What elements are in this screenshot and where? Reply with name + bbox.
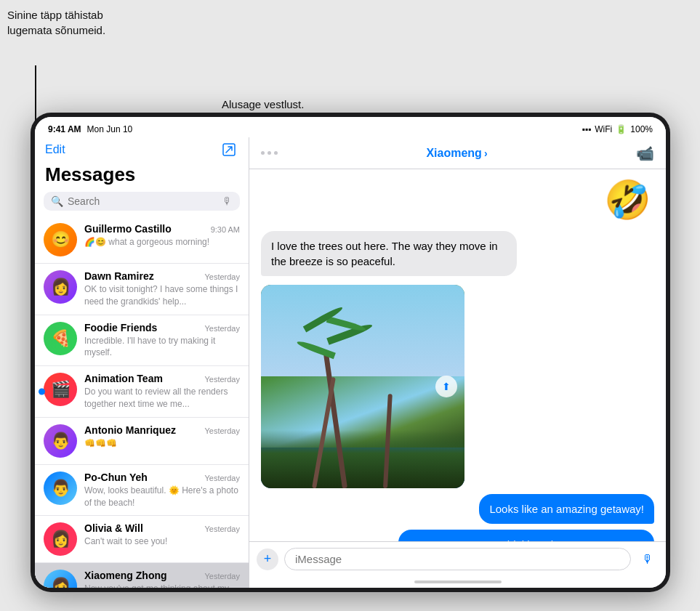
conv-content-animation: Animation Team Yesterday Do you want to … — [84, 373, 240, 410]
conv-content-guillermo: Guillermo Castillo 9:30 AM 🌈😊 what a gor… — [84, 223, 240, 248]
conversation-item-dawn[interactable]: 👩 Dawn Ramirez Yesterday OK to visit ton… — [35, 264, 249, 315]
app-container: Edit Messages 🔍 🎙 — [35, 137, 666, 588]
wifi-signal-icon: WiFi — [595, 124, 612, 134]
status-icons: ▪▪▪ WiFi 🔋 100% — [582, 124, 653, 134]
search-bar: 🔍 🎙 — [44, 192, 240, 211]
chat-header: Xiaomeng › 📹 — [249, 137, 666, 169]
conversation-item-pochun[interactable]: 👨 Po-Chun Yeh Yesterday Wow, looks beaut… — [35, 465, 249, 517]
conversation-item-guillermo[interactable]: 😊 Guillermo Castillo 9:30 AM 🌈😊 what a g… — [35, 217, 249, 264]
chat-input-bar: + 🎙 — [249, 541, 666, 576]
conv-header-antonio: Antonio Manriquez Yesterday — [84, 424, 240, 436]
annotation-left: Sinine täpp tähistablugemata sõnumeid. — [7, 7, 105, 38]
message-input[interactable] — [284, 548, 631, 570]
conv-preview-animation: Do you want to review all the renders to… — [84, 386, 240, 410]
conv-preview-foodie: Incredible. I'll have to try making it m… — [84, 335, 240, 360]
chat-header-actions: 📹 — [636, 145, 654, 162]
search-icon: 🔍 — [51, 195, 63, 207]
status-bar: 9:41 AM Mon Jun 10 ▪▪▪ WiFi 🔋 100% — [35, 117, 666, 137]
home-bar — [414, 580, 502, 583]
edit-button[interactable]: Edit — [45, 143, 65, 156]
conv-preview-dawn: OK to visit tonight? I have some things … — [84, 283, 240, 308]
conv-header-pochun: Po-Chun Yeh Yesterday — [84, 472, 240, 483]
video-call-icon[interactable]: 📹 — [636, 145, 654, 162]
conv-header-dawn: Dawn Ramirez Yesterday — [84, 270, 240, 282]
conversation-item-olivia[interactable]: 👩 Olivia & Will Yesterday Can't wait to … — [35, 516, 249, 563]
message-image-container: ⬆ — [261, 285, 464, 488]
conv-time-guillermo: 9:30 AM — [211, 225, 240, 234]
conv-name-dawn: Dawn Ramirez — [84, 270, 154, 282]
voice-message-button[interactable]: 🎙 — [637, 549, 659, 570]
conv-time-pochun: Yesterday — [204, 474, 240, 482]
conv-content-pochun: Po-Chun Yeh Yesterday Wow, looks beautif… — [84, 472, 240, 509]
conv-name-guillermo: Guillermo Castillo — [84, 223, 172, 235]
conversation-item-xiaomeng[interactable]: 👩 Xiaomeng Zhong Yesterday Now you've go… — [35, 563, 249, 588]
compose-button[interactable] — [220, 140, 238, 159]
chat-area: Xiaomeng › 📹 🤣 I lov — [249, 137, 666, 588]
home-indicator — [249, 576, 666, 588]
conv-header-foodie: Foodie Friends Yesterday — [84, 322, 240, 333]
conv-name-antonio: Antonio Manriquez — [84, 424, 176, 436]
chat-contact-name[interactable]: Xiaomeng › — [426, 147, 487, 160]
mic-icon[interactable]: 🎙 — [222, 195, 233, 207]
conv-preview-guillermo: 🌈😊 what a gorgeous morning! — [84, 236, 240, 248]
wifi-icon: ▪▪▪ — [582, 124, 592, 134]
conv-header-animation: Animation Team Yesterday — [84, 373, 240, 384]
avatar-pochun: 👨 — [44, 472, 77, 505]
message-image — [261, 285, 464, 488]
conversation-item-animation[interactable]: 🎬 Animation Team Yesterday Do you want t… — [35, 366, 249, 418]
chat-header-inner: Xiaomeng › 📹 — [261, 145, 654, 162]
conv-name-animation: Animation Team — [84, 373, 163, 384]
emoji-reaction: 🤣 — [604, 178, 651, 222]
ipad-screen: 9:41 AM Mon Jun 10 ▪▪▪ WiFi 🔋 100% Edit — [35, 117, 666, 588]
conv-time-animation: Yesterday — [204, 375, 240, 384]
conv-time-dawn: Yesterday — [204, 272, 240, 281]
status-date: Mon Jun 10 — [87, 124, 133, 134]
conv-header-olivia: Olivia & Will Yesterday — [84, 522, 240, 534]
battery-icon: 🔋 — [616, 124, 627, 134]
conv-content-antonio: Antonio Manriquez Yesterday 👊👊👊 — [84, 424, 240, 450]
dot-nav-1 — [261, 151, 265, 155]
avatar-olivia: 👩 — [44, 522, 77, 556]
avatar-dawn: 👩 — [44, 270, 77, 304]
chevron-right-icon: › — [484, 147, 488, 159]
conv-content-xiaomeng: Xiaomeng Zhong Yesterday Now you've got … — [84, 570, 240, 588]
message-bubble-out-2: Now you've got me thinking about my next… — [398, 530, 654, 541]
search-input[interactable] — [68, 195, 218, 207]
share-image-button[interactable]: ⬆ — [435, 376, 457, 397]
conv-name-olivia: Olivia & Will — [84, 522, 143, 534]
sidebar: Edit Messages 🔍 🎙 — [35, 137, 249, 588]
conv-preview-antonio: 👊👊👊 — [84, 437, 240, 450]
conv-preview-xiaomeng: Now you've got me thinking about my next… — [84, 583, 240, 588]
conv-content-dawn: Dawn Ramirez Yesterday OK to visit tonig… — [84, 270, 240, 308]
message-row: I love the trees out here. The way they … — [261, 231, 654, 276]
ground — [261, 430, 464, 488]
unread-dot — [39, 388, 45, 394]
dot-nav-3 — [274, 151, 278, 155]
conv-name-xiaomeng: Xiaomeng Zhong — [84, 570, 167, 581]
avatar-foodie: 🍕 — [44, 322, 77, 355]
dot-nav-2 — [267, 151, 271, 155]
conversation-item-antonio[interactable]: 👨 Antonio Manriquez Yesterday 👊👊👊 — [35, 418, 249, 465]
nav-dots — [261, 151, 278, 155]
message-bubble: I love the trees out here. The way they … — [261, 231, 517, 276]
sidebar-header: Edit — [35, 137, 249, 163]
message-row-image: ⬆ — [261, 282, 654, 488]
conv-content-foodie: Foodie Friends Yesterday Incredible. I'l… — [84, 322, 240, 360]
conversation-item-foodie[interactable]: 🍕 Foodie Friends Yesterday Incredible. I… — [35, 315, 249, 367]
conv-time-olivia: Yesterday — [204, 525, 240, 533]
conv-name-foodie: Foodie Friends — [84, 322, 157, 333]
avatar-animation: 🎬 — [44, 373, 77, 406]
message-bubble-out-1: Looks like an amazing getaway! — [479, 494, 654, 524]
avatar-xiaomeng: 👩 — [44, 570, 77, 588]
conv-content-olivia: Olivia & Will Yesterday Can't wait to se… — [84, 522, 240, 548]
sidebar-title: Messages — [35, 163, 249, 192]
conversation-list: 😊 Guillermo Castillo 9:30 AM 🌈😊 what a g… — [35, 217, 249, 588]
conv-header-xiaomeng: Xiaomeng Zhong Yesterday — [84, 570, 240, 581]
add-attachment-button[interactable]: + — [257, 549, 278, 570]
status-time: 9:41 AM — [48, 124, 81, 134]
ipad-frame: 9:41 AM Mon Jun 10 ▪▪▪ WiFi 🔋 100% Edit — [31, 113, 670, 592]
conv-time-xiaomeng: Yesterday — [204, 572, 240, 580]
annotation-center: Alusage vestlust. — [222, 98, 304, 110]
conv-preview-olivia: Can't wait to see you! — [84, 535, 240, 548]
avatar-antonio: 👨 — [44, 424, 77, 458]
